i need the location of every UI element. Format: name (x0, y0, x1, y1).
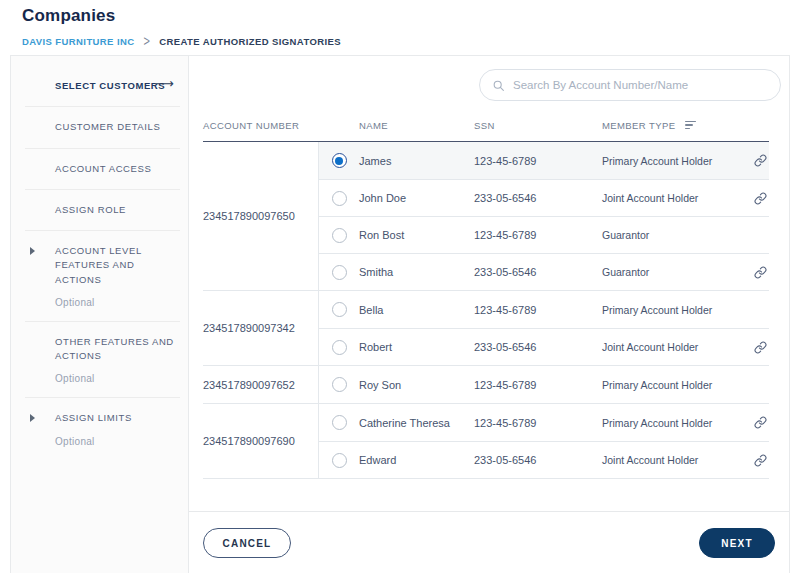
customer-ssn: 123-45-6789 (474, 155, 602, 167)
table-row[interactable]: Roy Son 123-45-6789 Primary Account Hold… (319, 366, 769, 403)
account-number: 234517890097650 (203, 142, 318, 290)
account-number: 234517890097342 (203, 291, 318, 365)
account-group: 234517890097690 Catherine Theresa 123-45… (203, 403, 769, 478)
member-type: Primary Account Holder (602, 155, 742, 167)
col-name: NAME (359, 120, 474, 131)
link-icon[interactable] (742, 266, 769, 279)
breadcrumb-separator-icon: > (143, 34, 150, 49)
search-icon (492, 79, 505, 92)
customer-ssn: 123-45-6789 (474, 229, 602, 241)
breadcrumb-parent-link[interactable]: DAVIS FURNITURE INC (22, 36, 134, 47)
table-header: ACCOUNT NUMBER NAME SSN MEMBER TYPE (203, 109, 769, 142)
link-icon[interactable] (742, 341, 769, 354)
page-header: Companies DAVIS FURNITURE INC > CREATE A… (0, 0, 806, 47)
col-member-type-label: MEMBER TYPE (602, 120, 675, 131)
row-radio[interactable] (319, 228, 359, 243)
customer-ssn: 123-45-6789 (474, 417, 602, 429)
expand-caret-icon[interactable] (30, 414, 35, 422)
table-row[interactable]: Robert 233-05-6546 Joint Account Holder (319, 328, 769, 365)
customer-name: Robert (359, 341, 474, 353)
search-input[interactable] (513, 79, 768, 91)
table-row[interactable]: Bella 123-45-6789 Primary Account Holder (319, 291, 769, 328)
step-label: ACCOUNT LEVEL FEATURES AND ACTIONS (55, 244, 178, 287)
optional-tag: Optional (55, 373, 178, 384)
customer-name: Bella (359, 304, 474, 316)
account-number: 234517890097690 (203, 404, 318, 478)
optional-tag: Optional (55, 297, 178, 308)
link-icon[interactable] (742, 192, 769, 205)
table-row[interactable]: Catherine Theresa 123-45-6789 Primary Ac… (319, 404, 769, 441)
account-group: 234517890097652 Roy Son 123-45-6789 Prim… (203, 365, 769, 403)
sidebar-item-assign-role[interactable]: ASSIGN ROLE (11, 190, 188, 230)
account-group: 234517890097342 Bella 123-45-6789 Primar… (203, 290, 769, 365)
link-icon[interactable] (742, 154, 769, 167)
customer-ssn: 233-05-6546 (474, 341, 602, 353)
member-type: Joint Account Holder (602, 454, 742, 466)
row-radio[interactable] (319, 302, 359, 317)
wizard-footer: CANCEL NEXT (189, 511, 789, 573)
expand-caret-icon[interactable] (30, 247, 35, 255)
step-label: CUSTOMER DETAILS (55, 120, 178, 134)
customer-name: Catherine Theresa (359, 417, 474, 429)
sidebar-item-select-customers[interactable]: SELECT CUSTOMERS ⟶ (11, 66, 188, 106)
page-title: Companies (22, 6, 806, 26)
row-radio[interactable] (319, 191, 359, 206)
member-type: Guarantor (602, 229, 742, 241)
link-icon[interactable] (742, 454, 769, 467)
member-type: Primary Account Holder (602, 304, 742, 316)
breadcrumb-current: CREATE AUTHORIZED SIGNATORIES (159, 36, 341, 47)
active-step-arrow-icon: ⟶ (155, 76, 174, 91)
customer-ssn: 233-05-6546 (474, 454, 602, 466)
sidebar-item-customer-details[interactable]: CUSTOMER DETAILS (11, 107, 188, 147)
step-label: ASSIGN LIMITS (55, 411, 178, 425)
search-box[interactable] (479, 69, 781, 101)
customer-name: Ron Bost (359, 229, 474, 241)
col-ssn: SSN (474, 120, 602, 131)
member-type: Primary Account Holder (602, 379, 742, 391)
filter-icon[interactable] (685, 121, 696, 130)
customer-name: John Doe (359, 192, 474, 204)
next-button[interactable]: NEXT (699, 528, 775, 558)
col-member-type: MEMBER TYPE (602, 120, 742, 131)
customer-ssn: 123-45-6789 (474, 379, 602, 391)
customer-ssn: 233-05-6546 (474, 192, 602, 204)
table-row[interactable]: John Doe 233-05-6546 Joint Account Holde… (319, 179, 769, 216)
sidebar-item-account-access[interactable]: ACCOUNT ACCESS (11, 149, 188, 189)
row-radio[interactable] (319, 153, 359, 168)
row-radio[interactable] (319, 265, 359, 280)
member-type: Primary Account Holder (602, 417, 742, 429)
sidebar-item-other-features[interactable]: OTHER FEATURES AND ACTIONS Optional (11, 322, 188, 398)
account-number: 234517890097652 (203, 366, 318, 403)
breadcrumb: DAVIS FURNITURE INC > CREATE AUTHORIZED … (22, 35, 806, 47)
table-row[interactable]: Smitha 233-05-6546 Guarantor (319, 253, 769, 290)
customer-ssn: 233-05-6546 (474, 266, 602, 278)
row-radio[interactable] (319, 415, 359, 430)
customer-name: James (359, 155, 474, 167)
member-type: Joint Account Holder (602, 341, 742, 353)
cancel-button[interactable]: CANCEL (203, 528, 291, 558)
sidebar-item-account-level-features[interactable]: ACCOUNT LEVEL FEATURES AND ACTIONS Optio… (11, 231, 188, 321)
table-row[interactable]: Edward 233-05-6546 Joint Account Holder (319, 441, 769, 478)
customer-name: Edward (359, 454, 474, 466)
row-radio[interactable] (319, 453, 359, 468)
sidebar-item-assign-limits[interactable]: ASSIGN LIMITS Optional (11, 398, 188, 459)
wizard-panel: SELECT CUSTOMERS ⟶ CUSTOMER DETAILS ACCO… (10, 55, 790, 573)
customers-table: ACCOUNT NUMBER NAME SSN MEMBER TYPE 2345… (203, 109, 769, 479)
link-icon[interactable] (742, 416, 769, 429)
customer-ssn: 123-45-6789 (474, 304, 602, 316)
account-group: 234517890097650 James 123-45-6789 Primar… (203, 142, 769, 290)
row-radio[interactable] (319, 340, 359, 355)
table-row[interactable]: Ron Bost 123-45-6789 Guarantor (319, 216, 769, 253)
member-type: Joint Account Holder (602, 192, 742, 204)
customer-name: Smitha (359, 266, 474, 278)
customer-name: Roy Son (359, 379, 474, 391)
main-content: ACCOUNT NUMBER NAME SSN MEMBER TYPE 2345… (189, 56, 789, 573)
step-label: OTHER FEATURES AND ACTIONS (55, 335, 178, 364)
step-label: ASSIGN ROLE (55, 203, 178, 217)
table-row[interactable]: James 123-45-6789 Primary Account Holder (319, 142, 769, 179)
wizard-steps-sidebar: SELECT CUSTOMERS ⟶ CUSTOMER DETAILS ACCO… (11, 56, 189, 573)
optional-tag: Optional (55, 436, 178, 447)
row-radio[interactable] (319, 377, 359, 392)
step-label: ACCOUNT ACCESS (55, 162, 178, 176)
member-type: Guarantor (602, 266, 742, 278)
